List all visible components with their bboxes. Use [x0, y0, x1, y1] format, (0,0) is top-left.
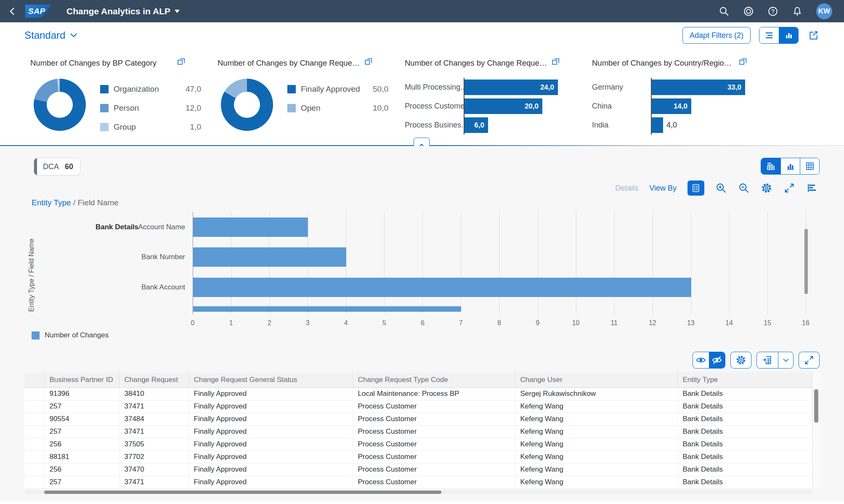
table-row[interactable]: 25737471Finally ApprovedProcess Customer… — [24, 400, 812, 413]
bar[interactable]: 33,0 — [652, 80, 745, 95]
row-selector-cell[interactable] — [24, 451, 44, 463]
search-icon[interactable] — [719, 6, 730, 17]
breadcrumb-entity-type-link[interactable]: Entity Type — [32, 198, 71, 207]
table-cell: Finally Approved — [188, 451, 353, 463]
table-vertical-scrollbar-thumb[interactable] — [814, 389, 818, 423]
share-icon[interactable] — [807, 29, 820, 42]
row-selector-cell[interactable] — [24, 413, 44, 425]
table-header-row: Business Partner IDChange RequestChange … — [24, 372, 812, 387]
table-view-icon[interactable] — [800, 158, 819, 174]
chip-count-badge: 60 — [65, 162, 73, 171]
bar[interactable] — [193, 218, 308, 237]
legend-item[interactable]: Group 1,0 — [100, 117, 201, 136]
avatar[interactable]: KW — [816, 3, 832, 19]
table-cell: 90554 — [44, 413, 119, 425]
bar[interactable]: 6,0 — [464, 117, 488, 133]
open-in-new-window-icon[interactable] — [177, 57, 186, 68]
table-vertical-scrollbar[interactable] — [812, 372, 820, 489]
open-in-new-window-icon[interactable] — [738, 57, 748, 68]
table-row[interactable]: 25637505Finally ApprovedProcess Customer… — [24, 438, 812, 451]
donut-chart[interactable] — [34, 79, 86, 131]
bar[interactable]: 20,0 — [464, 98, 542, 114]
chart-table-view-icon[interactable] — [761, 158, 780, 174]
row-selector-cell[interactable] — [24, 438, 44, 451]
bar-chart-icon[interactable] — [779, 27, 798, 43]
column-header[interactable]: Change Request General Status — [188, 372, 353, 387]
table-cell: 257 — [44, 476, 119, 488]
back-icon[interactable] — [0, 6, 25, 16]
view-by-button[interactable]: View By — [649, 184, 677, 193]
bar[interactable]: 24,0 — [464, 80, 558, 95]
table-horizontal-scrollbar-thumb[interactable] — [44, 491, 441, 494]
variant-label: Standard — [24, 29, 65, 41]
table-cell: Process Customer — [353, 476, 515, 488]
chart-vertical-scrollbar[interactable] — [804, 229, 808, 294]
table-row[interactable]: 25737471Finally ApprovedProcess Customer… — [24, 425, 812, 438]
column-header[interactable]: Change Request Type Code — [353, 372, 515, 387]
table-cell: Bank Details — [677, 476, 812, 488]
copilot-icon[interactable] — [743, 6, 754, 17]
legend-item[interactable]: Person 12,0 — [100, 98, 201, 117]
bell-icon[interactable] — [792, 6, 803, 17]
bar-category-label: Germany — [592, 78, 651, 97]
row-selector-cell[interactable] — [24, 400, 44, 413]
help-icon[interactable]: ? — [767, 6, 778, 17]
dca-filter-chip[interactable]: DCA 60 — [34, 158, 80, 175]
x-tick-label: 2 — [268, 319, 271, 327]
export-menu-chevron-down-icon[interactable] — [778, 352, 793, 368]
app-title-menu[interactable]: Change Analytics in ALP — [66, 6, 180, 16]
bar[interactable] — [193, 306, 461, 312]
legend-item[interactable]: Organization 47,0 — [100, 80, 201, 98]
row-selector-cell[interactable] — [24, 387, 44, 400]
table-row[interactable]: 25637470Finally ApprovedProcess Customer… — [24, 463, 812, 476]
bar[interactable] — [193, 278, 691, 297]
table-cell: Finally Approved — [188, 476, 353, 488]
column-header[interactable]: Business Partner ID — [44, 372, 119, 387]
bar[interactable]: 14,0 — [652, 98, 691, 114]
table-row[interactable]: 25737471Finally ApprovedProcess Customer… — [24, 476, 812, 488]
bar-row: 20,0 — [464, 97, 592, 116]
x-tick-label: 15 — [764, 319, 771, 327]
bar[interactable] — [652, 117, 663, 133]
table-cell: Kefeng Wang — [515, 400, 677, 413]
eye-slash-icon[interactable] — [709, 352, 725, 368]
chart-plot-area — [193, 212, 806, 312]
table-row[interactable]: 9139638410Finally ApprovedLocal Maintena… — [24, 387, 812, 400]
legend-item[interactable]: Open 10,0 — [287, 98, 388, 117]
table-row[interactable]: 9055437484Finally ApprovedProcess Custom… — [24, 413, 812, 425]
column-header[interactable]: Change User — [515, 372, 677, 387]
eye-icon[interactable] — [693, 352, 709, 368]
legend-item[interactable]: Finally Approved 50,0 — [287, 80, 388, 98]
chart-view-icon[interactable] — [780, 158, 800, 174]
row-selector-cell[interactable] — [24, 463, 44, 476]
zoom-in-icon[interactable] — [715, 182, 727, 194]
donut-chart[interactable] — [221, 79, 273, 131]
settings-icon[interactable] — [761, 182, 772, 194]
open-in-new-window-icon[interactable] — [364, 57, 373, 68]
column-header[interactable]: Change Request — [119, 372, 188, 387]
table-horizontal-scrollbar[interactable] — [24, 491, 812, 494]
sap-logo[interactable]: SAP — [25, 5, 51, 18]
bar[interactable] — [193, 247, 346, 267]
variant-selector[interactable]: Standard — [24, 29, 77, 41]
table-cell: Kefeng Wang — [515, 451, 677, 463]
filter-rows-icon[interactable] — [759, 27, 779, 43]
table-row[interactable]: 8818137702Finally ApprovedProcess Custom… — [24, 451, 812, 463]
row-selector-column-header[interactable] — [24, 372, 44, 387]
row-selector-cell[interactable] — [24, 425, 44, 438]
horizontal-bar-chart-icon[interactable] — [806, 182, 818, 194]
export-spreadsheet-icon[interactable] — [757, 352, 778, 368]
fullscreen-icon[interactable] — [783, 182, 795, 194]
table-cell: Kefeng Wang — [515, 438, 677, 451]
table-fullscreen-button[interactable] — [799, 352, 820, 369]
column-header[interactable]: Entity Type — [677, 372, 812, 387]
adapt-filters-button[interactable]: Adapt Filters (2) — [682, 27, 751, 44]
legend-icon[interactable] — [687, 180, 704, 196]
table-settings-button[interactable] — [730, 352, 751, 369]
bar-value-label: 4,0 — [666, 121, 677, 130]
row-selector-cell[interactable] — [24, 476, 44, 488]
zoom-out-icon[interactable] — [738, 182, 750, 194]
table-cell: Bank Details — [677, 387, 812, 400]
open-in-new-window-icon[interactable] — [551, 57, 560, 68]
filter-view-switch — [759, 27, 799, 44]
